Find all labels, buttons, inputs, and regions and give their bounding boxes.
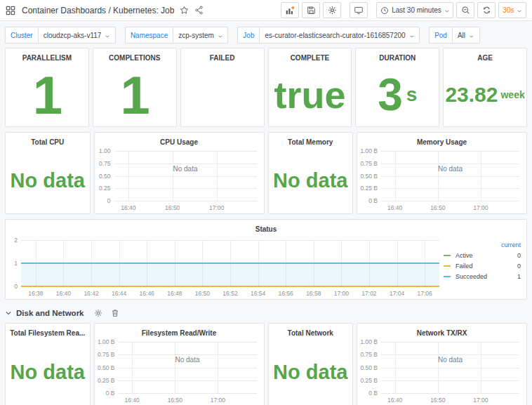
add-panel-button[interactable] <box>281 2 299 18</box>
time-range-label: Last 30 minutes <box>392 6 441 14</box>
chevron-down-icon: ⌄ <box>443 7 451 13</box>
row-settings-gear-icon[interactable] <box>94 309 102 317</box>
refresh-button[interactable] <box>477 2 496 18</box>
variable-label: Job <box>237 27 259 44</box>
panel-duration: DURATION 3s <box>355 48 439 127</box>
variable-pod: Pod All⌄ <box>429 27 479 44</box>
panel-cpu-usage: CPU Usage No data1.000.750.500.25016:401… <box>94 132 265 214</box>
legend-row[interactable]: Active0 <box>444 252 521 259</box>
stat-value: 1 <box>93 63 176 126</box>
panel-completions: COMPLETIONS 1 <box>93 48 177 127</box>
row-title: Disk and Network <box>16 309 84 317</box>
stat-value: true <box>269 63 352 126</box>
dashboard-title[interactable]: Container Dashboards / Kubernetes: Job <box>22 6 174 15</box>
panel-total-network: Total Network No data <box>268 323 354 405</box>
panel-parallelism: PARALLELISM 1 <box>5 48 89 127</box>
legend-row[interactable]: Succeeded1 <box>444 273 521 280</box>
no-data-value: No data <box>269 147 353 213</box>
refresh-interval-picker[interactable]: 30s ⌄ <box>498 2 526 18</box>
variable-dropdown[interactable]: es-curator-elasticsearch-curator-1616857… <box>259 27 420 44</box>
variable-label: Namespace <box>125 27 173 44</box>
panel-memory-usage: Memory Usage No data1.00 B0.75 B0.50 B0.… <box>357 132 527 214</box>
star-icon[interactable] <box>180 6 189 15</box>
variable-cluster: Cluster cloudzcp-aks-v117⌄ <box>5 27 116 44</box>
panel-title[interactable]: Status <box>6 220 526 234</box>
filesystem-rw-chart[interactable]: No data1.00 B0.75 B0.50 B0.25 B0 B16:401… <box>95 338 264 405</box>
panel-failed: FAILED <box>180 48 265 127</box>
status-row: Status 21016:3816:4016:4216:4416:4616:48… <box>5 219 527 300</box>
network-txrx-chart[interactable]: No data1.00 B0.75 B0.50 B0.25 B0 B16:401… <box>357 338 526 405</box>
memory-usage-chart[interactable]: No data1.00 B0.75 B0.50 B0.25 B0 B16:401… <box>357 147 526 213</box>
stats-row: PARALLELISM 1 COMPLETIONS 1 FAILED COMPL… <box>5 48 527 127</box>
panel-complete: COMPLETE true <box>268 48 352 127</box>
variable-job: Job es-curator-elasticsearch-curator-161… <box>237 27 420 44</box>
variables-bar: Cluster cloudzcp-aks-v117⌄ Namespace zcp… <box>0 21 532 46</box>
chevron-down-icon: ⌄ <box>468 32 476 39</box>
variable-dropdown[interactable]: cloudzcp-aks-v117⌄ <box>38 27 116 44</box>
panel-network-txrx: Network TX/RX No data1.00 B0.75 B0.50 B0… <box>357 323 527 405</box>
cycle-view-button[interactable] <box>350 2 368 18</box>
panel-title[interactable]: Network TX/RX <box>357 324 526 338</box>
no-data-value: No data <box>6 338 90 405</box>
disk-row: Total Filesystem Rea... No data Filesyst… <box>5 323 527 405</box>
variable-dropdown[interactable]: All⌄ <box>452 27 480 44</box>
panel-title[interactable]: PARALLELISM <box>6 48 88 63</box>
variable-label: Pod <box>429 27 452 44</box>
no-data-value: No data <box>6 147 90 213</box>
panel-status: Status 21016:3816:4016:4216:4416:4616:48… <box>5 219 527 300</box>
share-icon[interactable] <box>194 6 204 15</box>
panel-title[interactable]: AGE <box>444 48 526 63</box>
chevron-down-icon <box>5 310 12 317</box>
navbar: Container Dashboards / Kubernetes: Job L… <box>0 0 532 21</box>
panel-title[interactable]: FAILED <box>181 48 264 63</box>
legend-row[interactable]: Failed0 <box>444 263 521 270</box>
panel-total-memory: Total Memory No data <box>268 132 354 214</box>
panel-title[interactable]: COMPLETIONS <box>93 48 176 63</box>
panel-title[interactable]: Memory Usage <box>357 133 526 147</box>
clock-icon <box>380 6 389 15</box>
save-dashboard-button[interactable] <box>302 2 320 18</box>
stat-value: 3s <box>356 63 439 126</box>
zoom-out-button[interactable] <box>456 2 474 18</box>
panel-title[interactable]: COMPLETE <box>269 48 352 63</box>
panel-title[interactable]: Total Filesystem Rea... <box>6 324 90 338</box>
time-range-picker[interactable]: Last 30 minutes ⌄ <box>376 2 453 18</box>
variable-label: Cluster <box>5 27 38 44</box>
panel-title[interactable]: DURATION <box>356 48 439 63</box>
panel-filesystem-rw: Filesystem Read/Write No data1.00 B0.75 … <box>94 323 265 405</box>
stat-value <box>181 63 264 126</box>
panel-total-cpu: Total CPU No data <box>5 132 91 214</box>
panel-title[interactable]: Total Memory <box>269 133 353 147</box>
panel-title[interactable]: CPU Usage <box>95 133 264 147</box>
stat-value: 23.82week <box>444 63 526 126</box>
dashboard-grid-icon[interactable] <box>6 6 15 15</box>
panel-title[interactable]: Filesystem Read/Write <box>95 324 264 338</box>
usage-row: Total CPU No data CPU Usage No data1.000… <box>5 132 527 214</box>
cpu-usage-chart[interactable]: No data1.000.750.500.25016:4016:5017:00 <box>95 147 264 213</box>
row-disk-and-network[interactable]: Disk and Network <box>5 305 527 321</box>
chevron-down-icon: ⌄ <box>516 7 524 13</box>
row-delete-trash-icon[interactable] <box>111 309 119 317</box>
dashboard-settings-button[interactable] <box>323 2 341 18</box>
chevron-down-icon: ⌄ <box>408 32 415 39</box>
panel-total-filesystem: Total Filesystem Rea... No data <box>5 323 91 405</box>
status-legend: currentActive0Failed0Succeeded1 <box>444 241 521 284</box>
no-data-value: No data <box>269 338 353 405</box>
stat-value: 1 <box>6 63 88 126</box>
chevron-down-icon: ⌄ <box>216 32 224 39</box>
chevron-down-icon: ⌄ <box>104 32 112 39</box>
dashboard-grid: PARALLELISM 1 COMPLETIONS 1 FAILED COMPL… <box>0 46 532 405</box>
refresh-interval-label: 30s <box>503 6 514 14</box>
panel-title[interactable]: Total CPU <box>6 133 90 147</box>
panel-age: AGE 23.82week <box>443 48 527 127</box>
status-chart[interactable]: 21016:3816:4016:4216:4416:4616:4816:5016… <box>6 234 526 299</box>
variable-namespace: Namespace zcp-system⌄ <box>125 27 228 44</box>
variable-dropdown[interactable]: zcp-system⌄ <box>173 27 228 44</box>
panel-title[interactable]: Total Network <box>269 324 353 338</box>
